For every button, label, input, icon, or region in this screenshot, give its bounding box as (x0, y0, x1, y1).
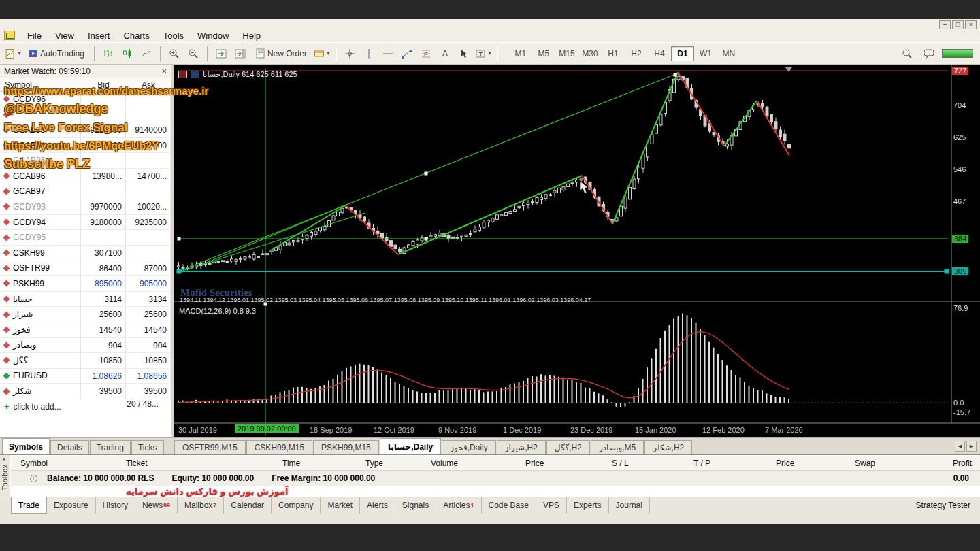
timeframe-d1[interactable]: D1 (671, 46, 694, 61)
market-watch-row[interactable]: گگل1085010850 (0, 353, 171, 369)
menu-window[interactable]: Window (191, 29, 235, 42)
chart-tab-2[interactable]: PSKH99,M15 (313, 440, 379, 454)
tab-articles[interactable]: Articles1 (436, 497, 481, 514)
tab-exposure[interactable]: Exposure (47, 497, 96, 514)
timeframe-m15[interactable]: M15 (555, 46, 578, 61)
tab-code-base[interactable]: Code Base (482, 497, 536, 514)
market-watch-row[interactable]: شكلر3950039500 (0, 384, 171, 399)
new-chart-button[interactable]: ▾ (4, 46, 22, 62)
fibonacci-button[interactable]: F (417, 46, 435, 62)
chart-tab-3[interactable]: حسابا,Daily (380, 438, 441, 454)
chart-tab-6[interactable]: گگل,H2 (546, 440, 590, 454)
tab-signals[interactable]: Signals (395, 497, 436, 514)
market-watch-row[interactable]: CSKH99307100 (0, 246, 171, 261)
expand-icon[interactable]: + (30, 475, 37, 482)
tab-details[interactable]: Details (50, 440, 89, 454)
text-label-button[interactable]: T▾ (474, 46, 492, 62)
chart-area[interactable]: حسابا,Daily 614 625 611 625 Mofid Securi… (174, 65, 980, 437)
menu-view[interactable]: View (48, 29, 81, 42)
timeframe-mn[interactable]: MN (717, 46, 740, 61)
market-watch-row[interactable]: فخوز1454014540 (0, 322, 171, 338)
tab-company[interactable]: Company (272, 497, 321, 514)
tab-vps[interactable]: VPS (536, 497, 567, 514)
tabs-scroll-right-icon[interactable]: ▶ (966, 441, 977, 452)
restore-button[interactable]: □ (952, 20, 964, 29)
market-watch-row[interactable]: GCAB9613980...14700... (0, 169, 171, 184)
chat-icon[interactable] (920, 46, 938, 62)
trade-column-0[interactable]: Symbol (20, 458, 48, 468)
candlestick-chart-button[interactable] (118, 46, 136, 62)
tab-mailbox[interactable]: Mailbox7 (178, 497, 224, 514)
trade-column-10[interactable]: Profit (953, 458, 972, 468)
trade-column-7[interactable]: T / P (693, 458, 710, 468)
text-button[interactable]: A (436, 46, 454, 62)
chart-tab-8[interactable]: شكلر,H2 (644, 440, 692, 454)
timeframe-m1[interactable]: M1 (509, 46, 532, 61)
zoom-in-button[interactable] (165, 46, 183, 62)
menu-file[interactable]: File (20, 29, 48, 42)
tabs-scroll-left-icon[interactable]: ◀ (955, 441, 965, 452)
vertical-line-button[interactable] (360, 46, 378, 62)
market-watch-row[interactable]: وبصادر904904 (0, 338, 171, 354)
bar-chart-button[interactable] (99, 46, 117, 62)
add-symbol-row[interactable]: +click to add...20 / 48... (0, 399, 171, 415)
timeframe-h1[interactable]: H1 (602, 46, 625, 61)
trade-column-1[interactable]: Ticket (126, 458, 148, 468)
tab-strategy-tester[interactable]: Strategy Tester (906, 497, 980, 514)
timeframe-m5[interactable]: M5 (532, 46, 555, 61)
market-watch-row[interactable]: GCAB9491300009170000 (0, 138, 171, 154)
auto-scroll-button[interactable] (212, 46, 230, 62)
timeframe-w1[interactable]: W1 (694, 46, 717, 61)
chart-tab-4[interactable]: فخوز,Daily (442, 440, 496, 454)
date-axis[interactable]: 30 Jul 20192019.09.02 00:0018 Sep 201912… (174, 423, 980, 437)
market-watch-row[interactable]: حسابا31143134 (0, 292, 171, 307)
market-watch-row[interactable]: GCDY96 (0, 92, 171, 107)
trendline-button[interactable] (398, 46, 416, 62)
market-watch-row[interactable]: GCAB97 (0, 184, 171, 200)
line-chart-button[interactable] (137, 46, 155, 62)
chart-tab-0[interactable]: OSFTR99,M15 (174, 440, 246, 454)
timeframe-h4[interactable]: H4 (648, 46, 671, 61)
market-watch-close-icon[interactable]: × (161, 67, 167, 76)
menu-charts[interactable]: Charts (116, 29, 156, 42)
trade-column-6[interactable]: S / L (612, 458, 629, 468)
tab-trade[interactable]: Trade (11, 497, 47, 514)
profiles-button[interactable]: ▾ (313, 46, 331, 62)
market-watch-row[interactable]: GCDY93997000010020... (0, 199, 171, 215)
crosshair-button[interactable] (341, 46, 359, 62)
zoom-out-button[interactable] (184, 46, 202, 62)
chart-shift-button[interactable] (231, 46, 249, 62)
column-header-ask[interactable]: Ask (126, 80, 171, 90)
timeframe-h2[interactable]: H2 (625, 46, 648, 61)
chart-tab-5[interactable]: شيراز,H2 (497, 440, 546, 454)
chart-tab-1[interactable]: CSKH99,M15 (246, 440, 312, 454)
menu-insert[interactable]: Insert (81, 29, 117, 42)
tab-symbols[interactable]: Symbols (2, 438, 50, 454)
column-header-bid[interactable]: Bid (81, 80, 126, 90)
market-watch-row[interactable]: EURUSD1.086261.08656 (0, 369, 171, 384)
tab-journal[interactable]: Journal (609, 497, 650, 514)
tab-history[interactable]: History (96, 497, 135, 514)
tab-market[interactable]: Market (321, 497, 360, 514)
close-button[interactable]: × (965, 20, 977, 29)
horizontal-line-button[interactable] (379, 46, 397, 62)
toolbox-close-icon[interactable]: × (2, 456, 6, 463)
tab-trading[interactable]: Trading (90, 440, 131, 454)
trade-column-4[interactable]: Volume (431, 458, 458, 468)
arrows-button[interactable] (455, 46, 473, 62)
price-scale[interactable]: 72770462554646738430576.90.0-15.7 (951, 65, 980, 423)
tab-news[interactable]: News99 (135, 497, 178, 514)
search-icon[interactable] (898, 46, 916, 62)
minimize-button[interactable]: – (939, 20, 951, 29)
new-order-button[interactable]: New Order (250, 46, 312, 62)
autotrading-button[interactable]: AutoTrading (23, 46, 89, 62)
tab-ticks[interactable]: Ticks (131, 440, 164, 454)
trade-column-9[interactable]: Swap (855, 458, 875, 468)
price-chart[interactable] (174, 65, 980, 437)
tab-calendar[interactable]: Calendar (224, 497, 272, 514)
timeframe-m30[interactable]: M30 (578, 46, 602, 61)
market-watch-row[interactable]: PSKH99895000905000 (0, 276, 171, 292)
market-watch-row[interactable]: GCAB9391250009140000 (0, 122, 171, 138)
menu-tools[interactable]: Tools (157, 29, 191, 42)
trade-column-8[interactable]: Price (776, 458, 794, 468)
